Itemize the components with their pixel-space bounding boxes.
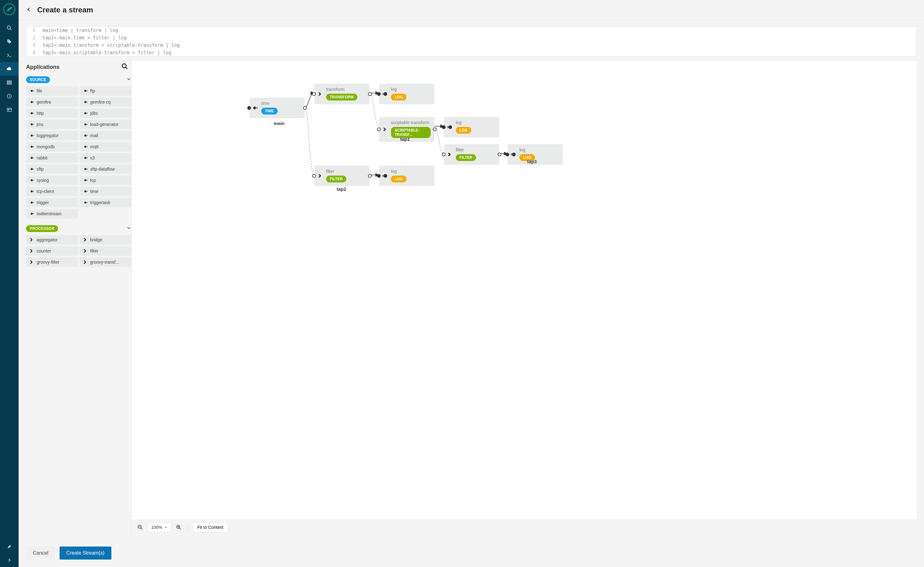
- nav-collapse-icon[interactable]: [0, 554, 19, 567]
- source-icon: [29, 211, 34, 216]
- app-chip-label: mongodb: [37, 144, 55, 149]
- port-in[interactable]: [312, 174, 316, 178]
- zoom-out-button[interactable]: [136, 524, 144, 531]
- nav-search-icon[interactable]: [0, 21, 19, 35]
- app-chip-twitterstream[interactable]: twitterstream: [26, 209, 78, 218]
- source-icon: [83, 189, 88, 194]
- svg-point-31: [33, 135, 34, 136]
- port-in[interactable]: [312, 92, 316, 96]
- node-n-log1[interactable]: logLOG: [379, 84, 434, 104]
- app-chip-load-generator[interactable]: load-generator: [80, 120, 132, 129]
- nav-cloud-icon[interactable]: [0, 62, 19, 76]
- fit-to-content-button[interactable]: Fit to Content: [193, 522, 228, 532]
- nav-terminal-icon[interactable]: [0, 48, 19, 62]
- create-stream-button[interactable]: Create Stream(s): [60, 546, 111, 560]
- nav-tags-icon[interactable]: [0, 35, 19, 48]
- svg-point-23: [33, 113, 34, 114]
- app-chip-filter[interactable]: filter: [80, 246, 132, 256]
- app-chip-loggregator[interactable]: loggregator: [26, 131, 78, 140]
- node-n-filter2[interactable]: filterFILTER: [444, 144, 499, 165]
- app-chip-time[interactable]: time: [80, 187, 132, 196]
- nav-grid-icon[interactable]: [0, 103, 19, 117]
- app-chip-tcp[interactable]: tcp: [80, 176, 132, 185]
- node-badge: LOG: [391, 94, 406, 100]
- palette-search-icon[interactable]: [122, 63, 128, 71]
- node-label: time: [261, 101, 301, 106]
- app-chip-jms[interactable]: jms: [26, 120, 78, 129]
- port-in[interactable]: [442, 125, 446, 129]
- port-in[interactable]: [247, 106, 251, 110]
- port-in[interactable]: [377, 128, 381, 131]
- app-chip-rabbit[interactable]: rabbit: [26, 153, 78, 162]
- port-in[interactable]: [506, 153, 509, 156]
- app-chip-syslog[interactable]: syslog: [26, 176, 78, 185]
- port-out[interactable]: [498, 153, 501, 156]
- node-n-filter1[interactable]: filterFILTER: [314, 166, 369, 186]
- app-chip-trigger[interactable]: trigger: [26, 198, 78, 207]
- app-chip-file[interactable]: file: [26, 86, 78, 96]
- svg-point-46: [31, 179, 33, 182]
- back-button[interactable]: [26, 6, 32, 14]
- app-chip-counter[interactable]: counter: [26, 246, 78, 256]
- nav-stack-icon[interactable]: [0, 76, 19, 89]
- svg-point-49: [87, 180, 87, 181]
- app-chip-groovy-filter[interactable]: groovy-filter: [26, 258, 78, 267]
- node-n-time[interactable]: timeTIME: [249, 98, 305, 118]
- app-chip-mongodb[interactable]: mongodb: [26, 142, 78, 152]
- app-chip-label: jdbc: [90, 111, 98, 116]
- port-in[interactable]: [377, 174, 381, 178]
- svg-point-40: [84, 157, 86, 159]
- node-n-log3[interactable]: logLOG: [379, 166, 434, 186]
- app-chip-label: syslog: [37, 178, 49, 183]
- app-chip-tcp-client[interactable]: tcp-client: [26, 187, 78, 196]
- port-out[interactable]: [433, 128, 436, 131]
- dsl-line[interactable]: tap2=:main.time > filter | log: [39, 34, 916, 42]
- app-chip-gemfire-cq[interactable]: gemfire-cq: [80, 98, 132, 107]
- svg-point-54: [31, 202, 33, 204]
- zoom-level-select[interactable]: 100%: [148, 523, 171, 532]
- group-header-source[interactable]: SOURCE: [26, 75, 131, 86]
- svg-point-30: [31, 135, 33, 137]
- node-badge: TIME: [261, 108, 278, 114]
- dsl-line-number: 3: [26, 42, 39, 49]
- app-chip-label: twitterstream: [37, 211, 62, 216]
- app-chip-bridge[interactable]: bridge: [80, 235, 132, 244]
- app-chip-mqtt[interactable]: mqtt: [80, 142, 132, 152]
- processor-icon: [83, 237, 88, 242]
- app-chip-mail[interactable]: mail: [80, 131, 132, 140]
- app-chip-label: gemfire: [37, 100, 51, 105]
- app-chip-gemfire[interactable]: gemfire: [26, 98, 78, 107]
- dsl-line[interactable]: tap1=:main.transform > scriptable-transf…: [39, 42, 916, 49]
- nav-leaf-icon[interactable]: [0, 540, 19, 554]
- source-icon: [83, 200, 88, 205]
- app-chip-label: time: [90, 189, 98, 194]
- dsl-line[interactable]: main=time | transform | log: [39, 27, 916, 34]
- processor-icon: [83, 260, 88, 265]
- nav-clock-icon[interactable]: [0, 89, 19, 103]
- port-out[interactable]: [368, 92, 372, 96]
- port-out[interactable]: [303, 106, 307, 110]
- app-chip-aggregator[interactable]: aggregator: [26, 235, 78, 244]
- node-n-log2[interactable]: logLOG: [444, 117, 499, 137]
- app-chip-sftp[interactable]: sftp: [26, 164, 78, 174]
- port-in[interactable]: [442, 153, 446, 156]
- app-chip-sftp-dataflow[interactable]: sftp-dataflow: [80, 164, 132, 174]
- flow-canvas[interactable]: timeTIMEtransformTRANSFORMlogLOGscriptab…: [132, 61, 916, 519]
- svg-point-12: [122, 64, 126, 68]
- port-in[interactable]: [377, 92, 381, 96]
- app-chip-jdbc[interactable]: jdbc: [80, 108, 132, 118]
- node-n-transform[interactable]: transformTRANSFORM: [314, 84, 369, 104]
- group-header-processor[interactable]: PROCESSOR: [26, 224, 131, 235]
- app-chip-s3[interactable]: s3: [80, 153, 132, 162]
- zoom-in-button[interactable]: [175, 524, 183, 531]
- port-out[interactable]: [368, 174, 372, 178]
- app-chip-groovy-transf...[interactable]: groovy-transf...: [80, 258, 132, 267]
- cancel-button[interactable]: Cancel: [26, 546, 55, 560]
- app-chip-label: s3: [90, 155, 95, 160]
- app-chip-ftp[interactable]: ftp: [80, 86, 132, 96]
- app-chip-triggertask[interactable]: triggertask: [80, 198, 132, 207]
- dsl-editor[interactable]: 1main=time | transform | log2tap2=:main.…: [26, 26, 916, 57]
- app-chip-http[interactable]: http: [26, 108, 78, 118]
- dsl-line[interactable]: tap3=:main.scriptable-transform > filter…: [39, 49, 916, 57]
- footer-actions: Cancel Create Stream(s): [19, 542, 924, 567]
